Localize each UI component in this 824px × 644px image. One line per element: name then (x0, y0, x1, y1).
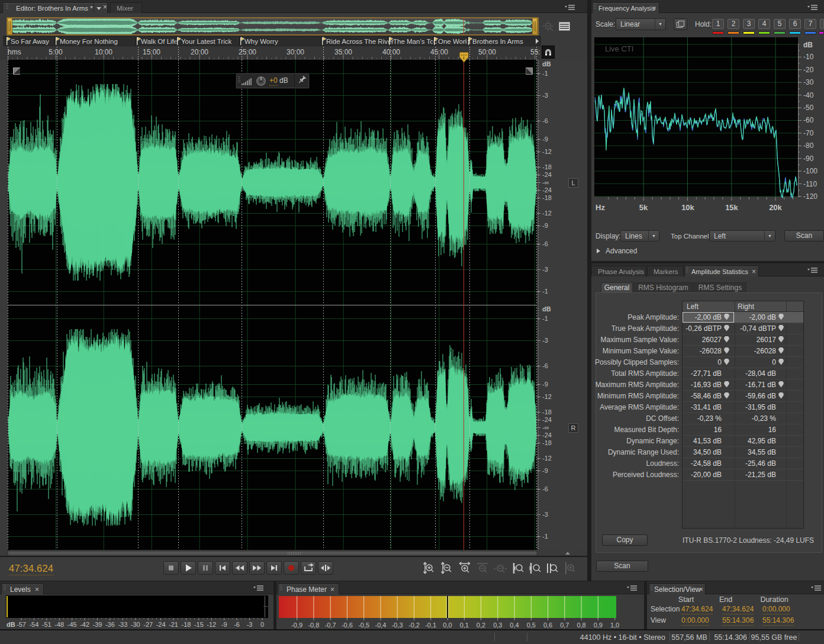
svg-text:-3: -3 (542, 337, 548, 344)
svg-text:-1: -1 (542, 315, 548, 322)
svg-text:-1: -1 (542, 533, 548, 540)
svg-text:Why Worry: Why Worry (244, 38, 278, 45)
svg-text:-12: -12 (542, 148, 552, 155)
svg-text:-57: -57 (17, 621, 26, 628)
svg-text:-3: -3 (542, 92, 548, 99)
svg-text:-0,7: -0,7 (325, 622, 336, 629)
svg-text:45:00: 45:00 (430, 48, 448, 56)
svg-text:-∞: -∞ (542, 179, 549, 186)
svg-text:0,5: 0,5 (527, 622, 536, 629)
svg-text:-20: -20 (803, 66, 814, 74)
svg-text:Money For Nothing: Money For Nothing (60, 38, 118, 45)
svg-text:One World: One World (438, 38, 471, 45)
svg-text:dB: dB (542, 305, 551, 313)
svg-text:-0,4: -0,4 (375, 622, 387, 629)
svg-text:5k: 5k (639, 203, 648, 212)
svg-text:-30: -30 (803, 78, 814, 86)
svg-text:-9: -9 (542, 222, 548, 229)
svg-text:-0,8: -0,8 (308, 622, 319, 629)
svg-text:-36: -36 (105, 621, 115, 628)
svg-text:-42: -42 (80, 621, 89, 628)
svg-text:-24: -24 (156, 621, 166, 628)
svg-text:-24: -24 (542, 416, 552, 423)
svg-text:0,6: 0,6 (543, 622, 552, 629)
svg-text:5:00: 5:00 (49, 48, 63, 56)
svg-text:Ride Across The River: Ride Across The River (326, 38, 394, 45)
svg-text:-50: -50 (803, 104, 814, 112)
svg-text:55:: 55: (530, 48, 540, 56)
svg-text:-18: -18 (542, 163, 552, 170)
svg-text:20k: 20k (769, 203, 782, 212)
svg-text:0,1: 0,1 (460, 622, 469, 629)
svg-text:25:00: 25:00 (239, 48, 256, 56)
svg-text:-12: -12 (542, 393, 552, 400)
svg-text:-9: -9 (542, 136, 548, 143)
svg-text:-3: -3 (247, 621, 253, 628)
svg-text:0,9: 0,9 (594, 622, 603, 629)
svg-text:-6: -6 (234, 621, 240, 628)
svg-text:-0,5: -0,5 (358, 622, 369, 629)
svg-text:Brothers In Arms: Brothers In Arms (472, 38, 523, 45)
svg-text:20:00: 20:00 (191, 48, 208, 56)
svg-text:15k: 15k (725, 203, 738, 212)
svg-text:-6: -6 (542, 240, 548, 247)
svg-text:-54: -54 (29, 621, 38, 628)
svg-text:-24: -24 (542, 171, 552, 178)
svg-text:-0,1: -0,1 (425, 622, 436, 629)
svg-text:Walk Of Life: Walk Of Life (141, 38, 178, 45)
svg-text:0,7: 0,7 (560, 622, 569, 629)
svg-text:-70: -70 (803, 129, 814, 137)
svg-text:-12: -12 (207, 621, 216, 628)
svg-text:-100: -100 (803, 167, 817, 175)
svg-text:-0,6: -0,6 (342, 622, 353, 629)
svg-text:0,8: 0,8 (577, 622, 585, 629)
svg-text:Hz: Hz (596, 203, 605, 212)
svg-text:-10: -10 (803, 53, 814, 61)
svg-text:-80: -80 (803, 141, 814, 150)
svg-text:0: 0 (260, 621, 264, 628)
svg-text:-∞: -∞ (542, 424, 549, 431)
svg-text:-1: -1 (542, 288, 548, 295)
svg-text:-15: -15 (194, 621, 204, 628)
svg-text:1,0: 1,0 (610, 622, 619, 629)
svg-text:-51: -51 (42, 621, 52, 628)
svg-text:10k: 10k (681, 203, 694, 212)
svg-text:-60: -60 (803, 116, 814, 124)
svg-text:-27: -27 (143, 621, 153, 628)
svg-text:-3: -3 (542, 266, 548, 273)
svg-text:-18: -18 (542, 408, 552, 416)
svg-text:-9: -9 (542, 467, 548, 474)
svg-text:40:00: 40:00 (382, 48, 400, 56)
svg-text:hms: hms (8, 48, 21, 56)
svg-text:30:00: 30:00 (287, 48, 304, 56)
svg-text:0,0: 0,0 (443, 622, 452, 629)
svg-text:0,3: 0,3 (493, 622, 502, 629)
svg-text:-30: -30 (131, 621, 140, 628)
svg-text:-33: -33 (118, 621, 127, 628)
svg-text:-18: -18 (182, 621, 191, 628)
svg-text:-18: -18 (542, 194, 552, 201)
svg-text:0,4: 0,4 (510, 622, 519, 629)
svg-text:-90: -90 (803, 154, 814, 163)
svg-text:-39: -39 (93, 621, 102, 628)
svg-text:The Man’s Toc: The Man’s Toc (393, 38, 437, 45)
svg-text:-1: -1 (542, 70, 548, 77)
svg-text:-45: -45 (67, 621, 77, 628)
svg-text:-24: -24 (542, 186, 552, 194)
svg-text:50:00: 50:00 (478, 48, 496, 56)
svg-text:35:00: 35:00 (334, 48, 352, 56)
svg-text:-0,9: -0,9 (291, 622, 302, 629)
svg-text:-12: -12 (542, 210, 552, 217)
svg-text:-40: -40 (803, 91, 814, 99)
svg-text:So Far Away: So Far Away (11, 38, 49, 45)
svg-text:-6: -6 (542, 117, 548, 124)
svg-text:Live CTI: Live CTI (605, 44, 633, 53)
svg-text:-0,3: -0,3 (392, 622, 403, 629)
svg-text:10:00: 10:00 (95, 48, 112, 56)
svg-text:-21: -21 (169, 621, 178, 628)
svg-text:Your Latest Trick: Your Latest Trick (181, 38, 231, 45)
svg-text:-48: -48 (54, 621, 64, 628)
svg-text:dB: dB (803, 41, 813, 49)
svg-text:dB: dB (7, 621, 15, 628)
svg-text:-6: -6 (542, 362, 548, 369)
